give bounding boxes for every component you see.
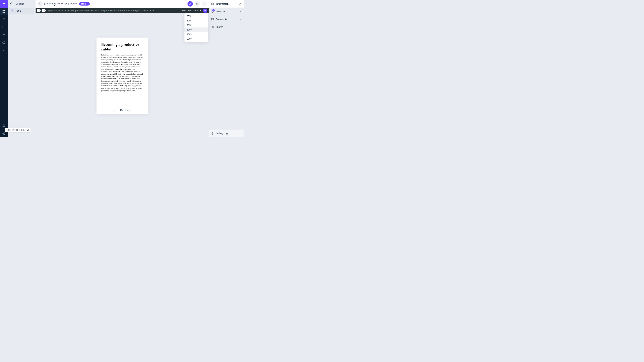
preview-canvas: Becoming a productive rabbit Rabbits are…: [36, 13, 209, 137]
section-comments[interactable]: Comments: [209, 15, 244, 23]
zoom-option-50[interactable]: 50%: [184, 18, 208, 23]
chevron-down-icon: [239, 10, 242, 13]
preview-toolbar: http://localhost:3000/posts/1?preview=tr…: [36, 8, 209, 13]
share-icon: [211, 25, 214, 28]
svg-point-19: [213, 26, 214, 26]
sidebar-item-posts[interactable]: Posts: [9, 8, 34, 14]
refresh-button[interactable]: [42, 9, 46, 12]
section-label: Comments: [216, 18, 227, 21]
right-sidebar: Information 3 Revisions Comments Shares …: [209, 0, 244, 137]
info-header: Information: [209, 0, 244, 8]
viewport-breakpoint: 2XL: [21, 129, 25, 131]
module-rail: [0, 0, 8, 137]
svg-point-11: [12, 3, 12, 4]
comments-icon: [211, 18, 214, 21]
zoom-option-25[interactable]: 25%: [184, 14, 208, 18]
monitor-icon: [26, 129, 29, 131]
chevron-down-icon: [239, 18, 242, 21]
rail-content-icon[interactable]: [0, 8, 8, 15]
version-chip-label: Main: [81, 3, 86, 5]
section-shares[interactable]: Shares: [209, 23, 244, 31]
activity-log-label: Activity Log: [216, 132, 228, 135]
target-icon: [127, 109, 129, 111]
svg-point-16: [128, 110, 128, 111]
revisions-badge: 3: [212, 9, 215, 11]
clipboard-icon: [211, 132, 214, 135]
rail-help-icon[interactable]: [0, 38, 8, 46]
brand-header[interactable]: Directus: [8, 0, 36, 8]
delete-button[interactable]: [194, 1, 200, 6]
section-label: Shares: [216, 26, 223, 28]
svg-rect-1: [4, 10, 5, 11]
svg-point-20: [213, 27, 214, 28]
svg-rect-3: [4, 12, 5, 13]
rail-settings-icon[interactable]: [0, 46, 8, 54]
svg-point-13: [190, 3, 191, 4]
zoom-option-200[interactable]: 200%: [184, 36, 208, 41]
post-title: Becoming a productive rabbit: [101, 42, 143, 51]
svg-point-4: [3, 18, 4, 19]
svg-point-8: [4, 50, 4, 51]
svg-rect-22: [27, 129, 29, 130]
preview-iframe[interactable]: Becoming a productive rabbit Rabbits are…: [96, 37, 148, 114]
rail-files-icon[interactable]: [0, 23, 8, 31]
page-header: Editing Item in Posts Main: [36, 0, 209, 8]
svg-rect-2: [3, 12, 4, 13]
nuxt-icon: [116, 109, 117, 111]
svg-rect-21: [212, 132, 213, 134]
info-icon: [211, 2, 214, 5]
rail-insights-icon[interactable]: [0, 31, 8, 38]
viewport-indicator[interactable]: 1920 × 1080 2XL: [5, 128, 31, 132]
directus-logo[interactable]: [0, 0, 8, 8]
viewport-size: 1920 × 1080: [6, 129, 18, 131]
info-title: Information: [216, 2, 237, 5]
post-body: Rabbits are known for their quickness an…: [101, 54, 143, 92]
svg-point-7: [4, 43, 4, 43]
brand-name: Directus: [16, 2, 24, 5]
zoom-value: 100%: [193, 9, 199, 12]
svg-point-10: [4, 133, 4, 134]
page-title: Editing Item in Posts: [44, 2, 78, 6]
back-button[interactable]: [37, 1, 42, 6]
zoom-dropdown-menu: 25% 50% 75% 100% 150% 200%: [184, 13, 208, 42]
svg-point-18: [212, 27, 212, 27]
activity-log-button[interactable]: Activity Log: [209, 130, 244, 137]
zoom-option-100[interactable]: 100%: [184, 27, 208, 32]
device-toggle-button[interactable]: [203, 8, 207, 12]
preview-toggle-button[interactable]: [188, 1, 193, 6]
svg-rect-0: [3, 10, 4, 11]
section-label: Revisions: [216, 10, 226, 13]
preview-url: http://localhost:3000/posts/1?preview=tr…: [47, 9, 181, 12]
zoom-dropdown-trigger[interactable]: 100%: [193, 9, 202, 12]
chevron-down-icon: [239, 26, 242, 28]
load-time: 18 ms: [120, 109, 124, 111]
collection-sidebar: Directus Posts: [8, 0, 36, 137]
open-external-button[interactable]: [37, 9, 40, 12]
sidebar-item-label: Posts: [16, 9, 21, 12]
version-chip[interactable]: Main: [79, 2, 90, 5]
preview-dimensions: 400 × 600: [182, 9, 192, 12]
zoom-option-150[interactable]: 150%: [184, 32, 208, 36]
nuxt-devtools-badge[interactable]: 18 ms: [114, 109, 131, 112]
svg-point-5: [4, 18, 5, 19]
rail-users-icon[interactable]: [0, 15, 8, 23]
close-icon[interactable]: [239, 2, 242, 5]
save-button[interactable]: [202, 1, 207, 6]
zoom-option-75[interactable]: 75%: [184, 23, 208, 27]
section-revisions[interactable]: 3 Revisions: [209, 8, 244, 15]
chevron-down-icon: [200, 9, 202, 12]
